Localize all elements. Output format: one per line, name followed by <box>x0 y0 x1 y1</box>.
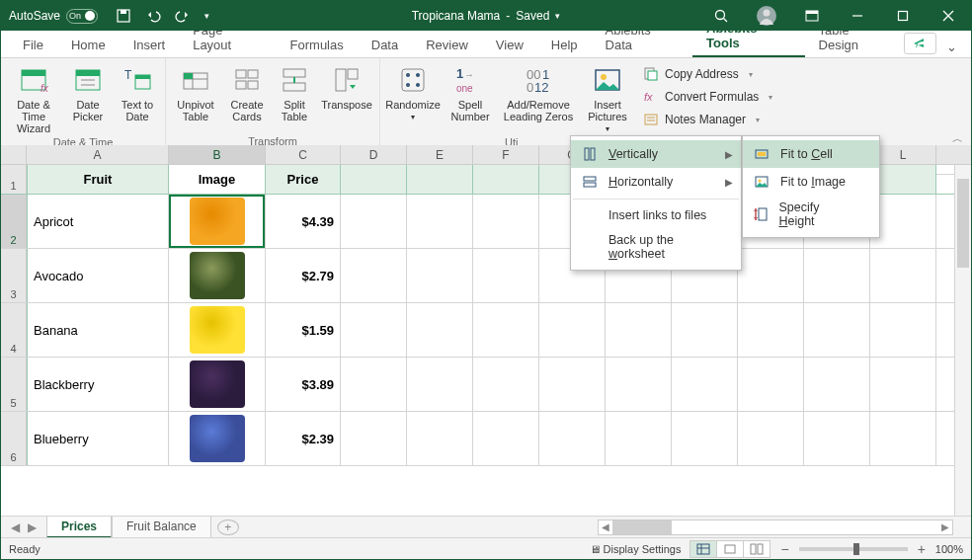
search-icon[interactable] <box>698 1 744 31</box>
cell[interactable] <box>870 195 936 248</box>
menu-item-fit-to-cell[interactable]: Fit to Cell <box>743 140 879 168</box>
cell-price[interactable]: $2.79 <box>266 249 341 302</box>
cell[interactable] <box>539 412 606 465</box>
undo-button[interactable] <box>145 8 161 24</box>
column-header[interactable]: D <box>341 145 407 164</box>
tab-view[interactable]: View <box>482 34 537 57</box>
table-header-cell[interactable]: Image <box>169 165 266 194</box>
menu-item-horizontally[interactable]: Horizontally▶ <box>571 168 741 196</box>
copy-address-button[interactable]: Copy Address▾ <box>639 64 776 84</box>
cell-fruit[interactable]: Blackberry <box>27 358 169 411</box>
sheet-tab[interactable]: Fruit Balance <box>112 517 211 538</box>
cell[interactable] <box>738 249 804 302</box>
cell[interactable] <box>738 303 804 357</box>
normal-view-button[interactable] <box>689 540 717 558</box>
collapse-ribbon-icon[interactable]: ︿ <box>952 131 963 146</box>
cell[interactable] <box>606 412 672 465</box>
cell[interactable] <box>473 303 539 357</box>
tab-help[interactable]: Help <box>537 34 592 57</box>
cell-fruit[interactable]: Blueberry <box>27 412 169 465</box>
cell[interactable] <box>473 165 539 194</box>
spell-number-button[interactable]: 1→oneSpell Number <box>446 62 495 134</box>
maximize-button[interactable] <box>880 1 926 31</box>
row-header[interactable]: 5 <box>1 358 27 411</box>
column-header[interactable]: C <box>266 145 341 164</box>
cell[interactable] <box>870 249 936 302</box>
close-button[interactable] <box>926 1 971 31</box>
cell[interactable] <box>804 358 870 411</box>
menu-item-specify-height[interactable]: Specify Height <box>743 196 879 233</box>
cell[interactable] <box>341 165 407 194</box>
table-header-cell[interactable]: Fruit <box>27 165 169 194</box>
cell-image[interactable] <box>169 358 266 411</box>
leading-zeros-button[interactable]: 001012Add/Remove Leading Zeros <box>501 62 576 134</box>
tab-file[interactable]: File <box>9 34 57 57</box>
cell-fruit[interactable]: Apricot <box>27 195 169 248</box>
cell[interactable] <box>672 412 738 465</box>
cell[interactable] <box>804 249 870 302</box>
cell[interactable] <box>870 303 936 357</box>
randomize-button[interactable]: Randomize▾ <box>386 62 440 134</box>
autosave-toggle[interactable]: AutoSave On <box>1 9 106 24</box>
cell[interactable] <box>672 303 738 357</box>
cell[interactable] <box>672 358 738 411</box>
menu-item-backup-worksheet[interactable]: Back up the worksheet <box>571 228 741 266</box>
cell[interactable] <box>341 303 407 357</box>
select-all-corner[interactable] <box>1 145 27 164</box>
account-icon[interactable] <box>744 1 789 31</box>
unpivot-table-button[interactable]: Unpivot Table <box>172 62 219 133</box>
cell[interactable] <box>407 412 473 465</box>
prev-sheet-icon[interactable]: ◀ <box>11 520 20 534</box>
cell[interactable] <box>473 249 539 302</box>
insert-pictures-button[interactable]: Insert Pictures▾ <box>582 62 633 134</box>
transpose-button[interactable]: Transpose <box>320 62 373 133</box>
cell[interactable] <box>870 412 936 465</box>
column-header[interactable]: F <box>473 145 539 164</box>
create-cards-button[interactable]: Create Cards <box>225 62 269 133</box>
zoom-out-button[interactable]: − <box>780 541 788 557</box>
cell[interactable] <box>407 249 473 302</box>
column-header[interactable]: E <box>407 145 473 164</box>
cell[interactable] <box>473 358 539 411</box>
cell[interactable] <box>539 358 606 411</box>
row-header[interactable]: 3 <box>1 249 27 302</box>
cell[interactable] <box>870 358 936 411</box>
column-header[interactable]: L <box>870 145 936 164</box>
page-break-view-button[interactable] <box>743 540 770 558</box>
save-icon[interactable] <box>116 8 131 24</box>
cell[interactable] <box>341 358 407 411</box>
cell[interactable] <box>738 358 804 411</box>
menu-item-fit-to-image[interactable]: Fit to Image <box>743 168 879 196</box>
tab-insert[interactable]: Insert <box>120 34 180 57</box>
tabs-overflow-icon[interactable]: ⌄ <box>940 40 963 54</box>
row-header[interactable]: 4 <box>1 303 27 357</box>
display-settings-button[interactable]: 🖥 Display Settings <box>590 543 682 555</box>
tab-data[interactable]: Data <box>358 34 412 57</box>
row-header[interactable]: 1 <box>1 165 27 194</box>
cell[interactable] <box>341 412 407 465</box>
split-table-button[interactable]: Split Table <box>275 62 314 133</box>
menu-item-insert-links[interactable]: Insert links to files <box>571 202 741 228</box>
tab-review[interactable]: Review <box>412 34 482 57</box>
zoom-slider[interactable] <box>799 547 908 551</box>
cell-fruit[interactable]: Avocado <box>27 249 169 302</box>
cell-price[interactable]: $3.89 <box>266 358 341 411</box>
cell-image[interactable] <box>169 412 266 465</box>
column-header[interactable]: B <box>169 145 266 164</box>
cell[interactable] <box>407 303 473 357</box>
tab-formulas[interactable]: Formulas <box>277 34 358 57</box>
chevron-down-icon[interactable]: ▾ <box>555 11 560 21</box>
cell-price[interactable]: $1.59 <box>266 303 341 357</box>
convert-formulas-button[interactable]: fxConvert Formulas▾ <box>639 87 776 107</box>
minimize-button[interactable] <box>835 1 880 31</box>
notes-manager-button[interactable]: Notes Manager▾ <box>639 110 776 129</box>
next-sheet-icon[interactable]: ▶ <box>28 520 37 534</box>
cell[interactable] <box>738 412 804 465</box>
cell-image[interactable] <box>169 195 266 248</box>
row-header[interactable]: 6 <box>1 412 27 465</box>
cell[interactable] <box>539 303 606 357</box>
date-picker-button[interactable]: Date Picker <box>66 62 110 134</box>
qat-dropdown-icon[interactable]: ▾ <box>204 11 209 21</box>
table-header-cell[interactable]: Price <box>266 165 341 194</box>
cell[interactable] <box>804 412 870 465</box>
